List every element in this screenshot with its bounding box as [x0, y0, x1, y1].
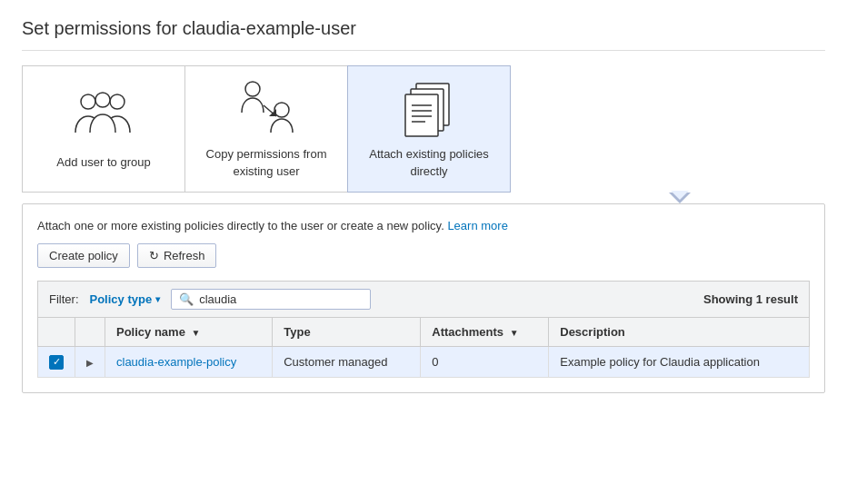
group-icon	[72, 86, 135, 145]
policy-table: Policy name ▼ Type Attachments ▼ Descrip…	[37, 317, 810, 378]
card-attach-policies[interactable]: Attach existing policies directly	[347, 65, 511, 193]
expand-arrow-icon: ▶	[86, 358, 94, 368]
refresh-icon: ↻	[149, 249, 159, 262]
table-header-row: Policy name ▼ Type Attachments ▼ Descrip…	[38, 318, 810, 347]
svg-rect-9	[405, 94, 438, 136]
col-description: Description	[549, 318, 810, 347]
learn-more-link[interactable]: Learn more	[447, 219, 507, 232]
refresh-button[interactable]: ↻ Refresh	[137, 243, 217, 268]
filter-label: Filter:	[49, 292, 79, 306]
col-policy-name: Policy name ▼	[105, 318, 273, 347]
copy-permissions-icon	[234, 78, 298, 137]
card-add-to-group[interactable]: Add user to group	[22, 65, 185, 193]
create-policy-button[interactable]: Create policy	[37, 243, 130, 268]
col-expand	[75, 318, 105, 347]
card-copy-permissions[interactable]: Copy permissions from existing user	[184, 65, 348, 193]
search-box: 🔍	[171, 289, 371, 310]
col-attachments: Attachments ▼	[421, 318, 549, 347]
result-count: Showing 1 result	[703, 292, 798, 306]
search-icon: 🔍	[179, 292, 194, 306]
page-title: Set permissions for claudia-example-user	[22, 18, 825, 51]
svg-point-1	[110, 94, 125, 109]
card-attach-policies-label: Attach existing policies directly	[363, 146, 495, 179]
active-card-pointer	[669, 193, 691, 203]
svg-point-0	[81, 94, 95, 109]
row-description: Example policy for Claudia application	[549, 347, 810, 378]
attachments-sort-icon: ▼	[510, 328, 519, 338]
filter-type-label: Policy type	[90, 292, 153, 306]
row-type: Customer managed	[273, 347, 421, 378]
filter-type-dropdown[interactable]: Policy type ▾	[90, 292, 161, 306]
col-checkbox	[38, 318, 75, 347]
card-add-to-group-label: Add user to group	[56, 154, 150, 171]
toolbar: Create policy ↻ Refresh	[37, 243, 810, 268]
card-copy-permissions-label: Copy permissions from existing user	[200, 146, 333, 179]
attach-info-text: Attach one or more existing policies dir…	[37, 219, 810, 232]
refresh-label: Refresh	[164, 249, 205, 262]
row-expand-cell[interactable]: ▶	[75, 347, 105, 378]
svg-point-3	[245, 82, 260, 96]
sort-icon: ▼	[192, 328, 201, 338]
row-attachments: 0	[421, 347, 549, 378]
attach-policies-icon	[397, 78, 461, 137]
table-row: ✓ ▶ claudia-example-policy Customer mana…	[38, 347, 810, 378]
svg-point-2	[95, 93, 110, 107]
svg-point-6	[274, 103, 289, 117]
row-checkbox-cell[interactable]: ✓	[38, 347, 75, 378]
attach-panel: Attach one or more existing policies dir…	[22, 203, 825, 393]
filter-row: Filter: Policy type ▾ 🔍 Showing 1 result	[37, 281, 810, 317]
row-policy-name: claudia-example-policy	[105, 347, 273, 378]
chevron-down-icon: ▾	[155, 294, 160, 304]
col-type: Type	[273, 318, 421, 347]
checkbox-checked: ✓	[49, 355, 64, 370]
search-input[interactable]	[199, 292, 363, 306]
permission-cards-section: Add user to group Copy permissions from …	[22, 65, 825, 193]
policy-name-link[interactable]: claudia-example-policy	[116, 355, 236, 369]
permission-cards: Add user to group Copy permissions from …	[22, 65, 825, 193]
